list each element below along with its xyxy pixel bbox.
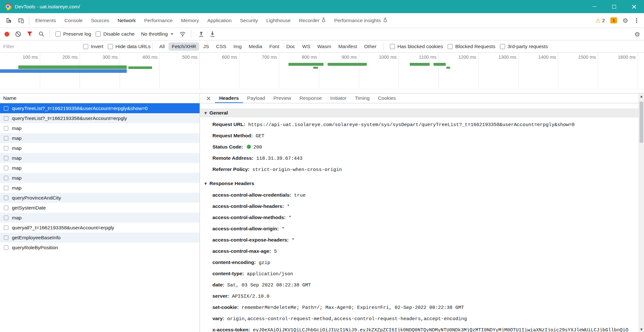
request-row[interactable]: map: [0, 133, 200, 143]
detail-tab-initiator[interactable]: Initiator: [326, 93, 351, 103]
tab-memory[interactable]: Memory: [177, 13, 203, 28]
tab-lighthouse[interactable]: Lighthouse: [262, 13, 295, 28]
tab-sources[interactable]: Sources: [87, 13, 114, 28]
filter-input[interactable]: [3, 44, 79, 49]
detail-tab-preview[interactable]: Preview: [269, 93, 295, 103]
tab-application[interactable]: Application: [203, 13, 236, 28]
general-section-header[interactable]: ▼ General: [200, 108, 639, 117]
request-checkbox[interactable]: [4, 126, 8, 131]
detail-tab-timing[interactable]: Timing: [351, 93, 374, 103]
tab-elements[interactable]: Elements: [31, 13, 60, 28]
vertical-scrollbar[interactable]: ▲ ▼: [639, 93, 644, 332]
filter-chip-media[interactable]: Media: [245, 42, 265, 51]
warnings-badge[interactable]: ⚠ 2: [596, 17, 605, 24]
header-name: Request URL:: [212, 122, 245, 127]
close-button[interactable]: ×: [624, 0, 644, 13]
detail-tab-payload[interactable]: Payload: [243, 93, 269, 103]
request-row[interactable]: map: [0, 163, 200, 173]
request-checkbox[interactable]: [4, 146, 8, 150]
filter-chip-manifest[interactable]: Manifest: [335, 42, 360, 51]
detail-tab-cookies[interactable]: Cookies: [374, 93, 400, 103]
request-row[interactable]: queryTreeList?_t=1662193358&userAccount=…: [0, 103, 200, 113]
tab-performance-insights[interactable]: Performance insights: [330, 13, 391, 28]
scroll-down-arrow-icon[interactable]: ▼: [639, 327, 644, 332]
request-row[interactable]: map: [0, 173, 200, 183]
request-checkbox[interactable]: [4, 156, 8, 160]
request-checkbox[interactable]: [4, 226, 8, 230]
clear-requests-icon[interactable]: [15, 31, 21, 37]
request-row[interactable]: queryRoleByPosition: [0, 243, 200, 252]
filter-chip-font[interactable]: Font: [266, 42, 282, 51]
maximize-button[interactable]: [604, 0, 624, 13]
disable-cache-checkbox[interactable]: Disable cache: [96, 31, 134, 37]
request-row[interactable]: getEmployeeBaseInfo: [0, 233, 200, 243]
request-row[interactable]: map: [0, 183, 200, 193]
maximize-icon: [612, 5, 616, 9]
throttling-select[interactable]: No throttling: [141, 31, 173, 37]
filter-chip-fetch-xhr[interactable]: Fetch/XHR: [168, 42, 199, 51]
search-icon[interactable]: [39, 31, 44, 37]
record-button[interactable]: [4, 32, 9, 37]
device-toolbar-icon[interactable]: [15, 15, 27, 26]
request-checkbox[interactable]: [4, 166, 8, 170]
request-row[interactable]: map: [0, 213, 200, 223]
export-har-icon[interactable]: [210, 31, 215, 37]
third-party-requests-checkbox[interactable]: 3rd-party requests: [500, 44, 548, 49]
filter-chip-doc[interactable]: Doc: [283, 42, 298, 51]
request-checkbox[interactable]: [4, 196, 8, 200]
tab-recorder[interactable]: Recorder: [295, 13, 330, 28]
tab-network[interactable]: Network: [113, 13, 140, 28]
request-row[interactable]: map: [0, 123, 200, 133]
request-checkbox[interactable]: [4, 136, 8, 140]
blocked-requests-checkbox[interactable]: Blocked Requests: [448, 44, 495, 49]
filter-chip-ws[interactable]: WS: [299, 42, 313, 51]
request-row[interactable]: queryall?_t=1662193358&userAccount=erpgl…: [0, 223, 200, 233]
request-checkbox[interactable]: [4, 176, 8, 180]
request-checkbox[interactable]: [4, 116, 8, 121]
filter-chip-img[interactable]: Img: [230, 42, 245, 51]
tab-console[interactable]: Console: [60, 13, 87, 28]
request-row[interactable]: queryProvinceAndCity: [0, 193, 200, 203]
tab-label: Recorder: [299, 18, 320, 23]
has-blocked-cookies-checkbox[interactable]: Has blocked cookies: [390, 44, 443, 49]
filter-chip-other[interactable]: Other: [361, 42, 380, 51]
filter-chip-wasm[interactable]: Wasm: [314, 42, 334, 51]
filter-chip-all[interactable]: All: [156, 42, 168, 51]
request-checkbox[interactable]: [4, 206, 8, 210]
network-conditions-icon[interactable]: [179, 31, 186, 37]
tab-label: Performance insights: [334, 18, 381, 23]
network-settings-gear-icon[interactable]: ⚙: [634, 30, 640, 38]
hide-data-urls-checkbox[interactable]: Hide data URLs: [108, 44, 150, 49]
request-checkbox[interactable]: [4, 106, 8, 111]
scroll-up-arrow-icon[interactable]: ▲: [639, 93, 644, 99]
detail-tab-headers[interactable]: Headers: [215, 93, 243, 103]
close-details-icon[interactable]: ×: [202, 94, 215, 103]
inspect-element-icon[interactable]: [3, 15, 15, 26]
request-checkbox[interactable]: [4, 245, 8, 250]
request-checkbox[interactable]: [4, 186, 8, 190]
settings-gear-icon[interactable]: ⚙: [623, 17, 628, 24]
response-headers-section-header[interactable]: ▼ Response Headers: [200, 179, 639, 188]
tab-security[interactable]: Security: [236, 13, 262, 28]
request-row[interactable]: getSystemDate: [0, 203, 200, 213]
detail-tab-response[interactable]: Response: [295, 93, 326, 103]
tab-performance[interactable]: Performance: [140, 13, 177, 28]
request-row[interactable]: map: [0, 153, 200, 163]
network-overview-timeline[interactable]: 100 ms200 ms300 ms400 ms500 ms600 ms700 …: [0, 53, 644, 93]
request-checkbox[interactable]: [4, 235, 8, 240]
request-row[interactable]: queryTreeList?_t=1662193358&userAccount=…: [0, 113, 200, 123]
request-row[interactable]: map: [0, 143, 200, 153]
scrollbar-thumb[interactable]: [640, 102, 643, 143]
name-column-header[interactable]: Name: [0, 93, 200, 103]
issues-badge[interactable]: 1: [610, 17, 617, 23]
preserve-log-checkbox[interactable]: Preserve log: [56, 31, 91, 37]
filter-icon[interactable]: [27, 31, 32, 37]
minimize-button[interactable]: [584, 0, 604, 13]
filter-chip-css[interactable]: CSS: [213, 42, 229, 51]
more-options-icon[interactable]: ⋮: [634, 17, 640, 24]
filter-chip-js[interactable]: JS: [200, 42, 212, 51]
invert-checkbox[interactable]: Invert: [83, 44, 103, 49]
request-checkbox[interactable]: [4, 216, 8, 220]
import-har-icon[interactable]: [199, 31, 204, 37]
tab-label: Application: [207, 18, 232, 23]
